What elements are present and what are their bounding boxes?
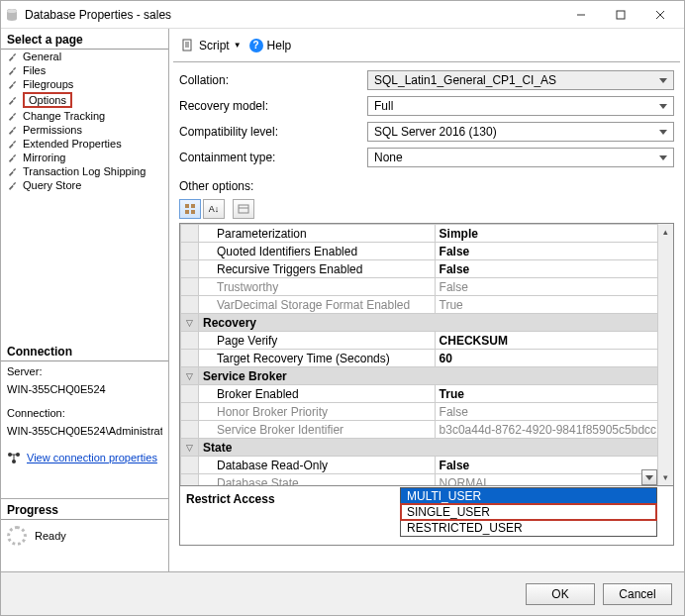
grid-row[interactable]: Quoted Identifiers EnabledFalse [181,243,673,260]
grid-row[interactable]: Broker EnabledTrue [181,385,673,403]
grid-row[interactable]: Honor Broker PriorityFalse [181,403,673,421]
sidebar-item-label: General [23,51,61,62]
property-value[interactable]: CHECKSUM [435,332,672,350]
sidebar-item-query-store[interactable]: Query Store [1,178,168,192]
other-options-label: Other options: [179,179,674,193]
grid-row[interactable]: Database StateNORMAL [181,474,673,486]
wrench-icon [7,51,19,62]
property-name[interactable]: Page Verify [199,332,436,350]
alphabetical-button[interactable]: A↓ [203,199,225,219]
dropdown-option[interactable]: RESTRICTED_USER [401,520,656,536]
property-name[interactable]: VarDecimal Storage Format Enabled [199,296,436,314]
property-value[interactable]: 60 [435,350,672,367]
sidebar-item-general[interactable]: General [1,50,168,63]
cancel-label: Cancel [619,587,655,601]
grid-row[interactable]: VarDecimal Storage Format EnabledTrue [181,296,673,314]
connection-info: Server: WIN-355CHQ0E524 Connection: WIN-… [1,361,168,447]
help-label: Help [267,39,292,52]
ok-button[interactable]: OK [526,583,595,605]
property-name[interactable]: Honor Broker Priority [199,403,436,421]
collapse-icon[interactable]: ▽ [181,314,199,332]
maximize-button[interactable] [601,1,640,28]
sidebar-item-change-tracking[interactable]: Change Tracking [1,109,168,123]
view-connection-row[interactable]: View connection properties [1,447,168,468]
collation-select[interactable]: SQL_Latin1_General_CP1_CI_AS [367,70,674,90]
collapse-icon[interactable]: ▽ [181,367,199,385]
chevron-down-icon [645,475,653,480]
restrict-access-dropdown[interactable]: MULTI_USERSINGLE_USERRESTRICTED_USER [400,487,657,537]
sidebar-item-label: Permissions [23,124,82,136]
page-list: GeneralFilesFilegroupsOptionsChange Trac… [1,50,168,192]
property-name[interactable]: Parameterization [199,225,436,243]
property-value[interactable]: False [435,260,672,278]
svg-rect-15 [185,204,189,208]
property-value[interactable]: b3c0a44d-8762-4920-9841f85905c5bdcc [435,421,672,439]
property-value[interactable]: False [435,243,672,260]
property-name[interactable]: Target Recovery Time (Seconds) [199,350,436,367]
sidebar-item-extended-properties[interactable]: Extended Properties [1,137,168,151]
sidebar-item-mirroring[interactable]: Mirroring [1,151,168,164]
grid-row[interactable]: ▽Service Broker [181,367,673,385]
dropdown-option[interactable]: SINGLE_USER [401,504,656,520]
property-value[interactable]: False [435,278,672,296]
recovery-select[interactable]: Full [367,96,674,116]
property-name[interactable]: Service Broker Identifier [199,421,436,439]
titlebar: Database Properties - sales [1,1,684,29]
help-button[interactable]: ? Help [249,39,292,52]
grid-scrollbar[interactable]: ▴ ▾ [657,224,673,485]
scroll-up-icon[interactable]: ▴ [658,224,673,240]
sidebar-item-transaction-log-shipping[interactable]: Transaction Log Shipping [1,164,168,178]
grid-gutter [181,403,199,421]
close-button[interactable] [640,1,680,28]
property-value[interactable]: False [435,403,672,421]
grid-gutter [181,474,199,486]
property-name[interactable]: Trustworthy [199,278,436,296]
grid-gutter [181,457,199,474]
containment-select[interactable]: None [367,148,674,167]
ok-label: OK [551,587,568,601]
property-name[interactable]: Recursive Triggers Enabled [199,260,436,278]
property-name[interactable]: Quoted Identifiers Enabled [199,243,436,260]
sidebar-item-files[interactable]: Files [1,63,168,77]
chevron-down-icon: ▼ [234,41,242,50]
grid-row[interactable]: Target Recovery Time (Seconds)60 [181,350,673,367]
cancel-button[interactable]: Cancel [603,583,672,605]
categorized-button[interactable] [179,199,201,219]
minimize-button[interactable] [561,1,601,28]
property-value[interactable]: False [435,457,672,474]
grid-row[interactable]: TrustworthyFalse [181,278,673,296]
grid-row[interactable]: Recursive Triggers EnabledFalse [181,260,673,278]
sidebar-item-filegroups[interactable]: Filegroups [1,77,168,91]
property-name[interactable]: Database Read-Only [199,457,436,474]
compat-select[interactable]: SQL Server 2016 (130) [367,122,674,142]
grid-row[interactable]: Service Broker Identifierb3c0a44d-8762-4… [181,421,673,439]
cell-dropdown-button[interactable] [641,469,657,485]
help-icon: ? [249,39,263,52]
property-value[interactable]: True [435,385,672,403]
grid-row[interactable]: ▽Recovery [181,314,673,332]
property-grid[interactable]: ParameterizationSimpleQuoted Identifiers… [179,223,674,486]
property-name[interactable]: Database State [199,474,436,486]
view-connection-link[interactable]: View connection properties [27,452,157,463]
chevron-down-icon [659,155,667,160]
database-icon [5,8,19,22]
wrench-icon [7,124,19,136]
property-value[interactable]: Simple [435,225,672,243]
grid-row[interactable]: ▽State [181,439,673,457]
wrench-icon [7,179,19,191]
sidebar-item-options[interactable]: Options [1,91,168,109]
grid-row[interactable]: Database Read-OnlyFalse [181,457,673,474]
sidebar-item-permissions[interactable]: Permissions [1,123,168,137]
collapse-icon[interactable]: ▽ [181,439,199,457]
property-pages-button[interactable] [233,199,254,219]
scroll-down-icon[interactable]: ▾ [658,469,673,485]
property-name[interactable]: Broker Enabled [199,385,436,403]
sidebar-item-label: Extended Properties [23,138,122,150]
property-value[interactable]: NORMAL [435,474,672,486]
script-button[interactable]: Script ▼ [181,39,242,52]
grid-row[interactable]: ParameterizationSimple [181,225,673,243]
category-row: State [199,439,673,457]
property-value[interactable]: True [435,296,672,314]
grid-row[interactable]: Page VerifyCHECKSUM [181,332,673,350]
dropdown-option[interactable]: MULTI_USER [401,488,656,504]
